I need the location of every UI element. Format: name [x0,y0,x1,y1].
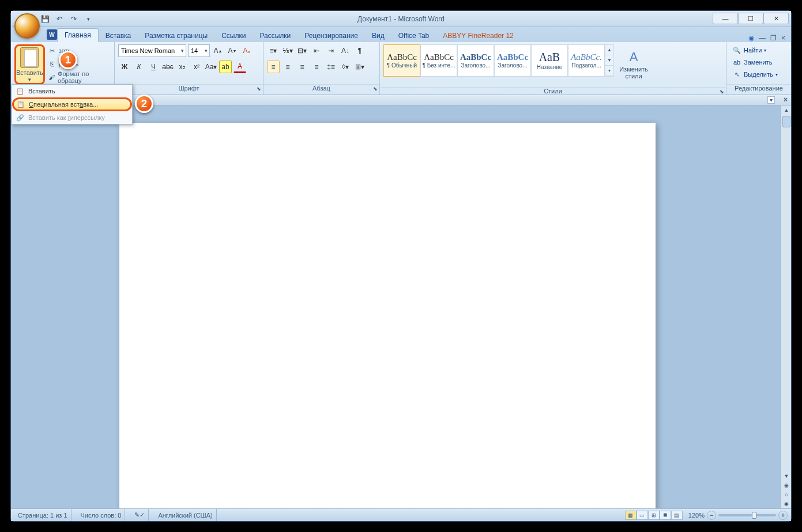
superscript-button[interactable]: x² [190,61,203,73]
menu-paste[interactable]: 📋 Вставить [12,85,132,97]
vertical-scrollbar[interactable]: ▲ ▼ ◉ ○ ◉ [781,105,791,508]
style-gallery[interactable]: AaBbCc¶ Обычный AaBbCc¶ Без инте... AaBb… [383,44,614,77]
show-marks-button[interactable]: ¶ [353,44,366,57]
prev-page-icon[interactable]: ◉ [781,481,791,490]
callout-2: 2 [135,95,153,113]
increase-indent-button[interactable]: ⇥ [325,44,337,57]
clear-formatting-icon[interactable]: Aₓ [240,44,253,57]
ribbon-restore-icon[interactable]: ❐ [770,34,777,42]
find-button[interactable]: 🔍Найти▾ [730,44,780,56]
close-button[interactable]: ✕ [763,13,789,24]
view-print-layout-icon[interactable]: ▦ [625,511,637,520]
window-title: Документ1 - Microsoft Word [357,15,445,23]
subscript-button[interactable]: x₂ [176,61,189,73]
change-case-button[interactable]: Aa▾ [205,61,217,73]
multilevel-button[interactable]: ⊟▾ [296,44,308,57]
borders-button[interactable]: ⊞▾ [353,61,366,73]
status-page[interactable]: Страница: 1 из 1 [14,509,71,521]
zoom-slider[interactable] [718,514,776,516]
bullets-button[interactable]: ≡▾ [267,44,280,57]
decrease-indent-button[interactable]: ⇤ [310,44,323,57]
browse-object-icon[interactable]: ○ [781,490,791,499]
paste-button[interactable]: Вставить ▼ [14,44,45,85]
scroll-up-icon[interactable]: ▲ [781,105,791,115]
zoom-level[interactable]: 120% [688,512,705,519]
next-page-icon[interactable]: ◉ [781,499,791,508]
tab-page-layout[interactable]: Разметка страницы [138,29,214,42]
style-no-spacing[interactable]: AaBbCc¶ Без инте... [420,44,457,77]
strikethrough-button[interactable]: abc [161,61,174,73]
tab-office-tab[interactable]: Office Tab [391,29,436,42]
paragraph-launcher-icon[interactable]: ⬊ [373,86,378,92]
tab-mailings[interactable]: Рассылки [253,29,298,42]
sort-button[interactable]: A↓ [339,44,352,57]
tab-abbyy[interactable]: ABBYY FineReader 12 [436,29,521,42]
style-title[interactable]: АаВНазвание [531,44,568,77]
maximize-button[interactable]: ☐ [738,13,763,24]
zoom-out-button[interactable]: − [707,511,716,520]
qat-customize-icon[interactable]: ▾ [82,13,95,25]
styles-launcher-icon[interactable]: ⬊ [720,89,724,95]
zoom-slider-knob[interactable] [752,512,756,519]
font-name-combo[interactable]: Times New Roman [118,44,186,57]
tab-home[interactable]: Главная [57,28,99,42]
view-draft-icon[interactable]: ▤ [671,511,683,520]
scroll-down-icon[interactable]: ▼ [781,471,791,481]
ribbon-minimize-icon[interactable]: — [759,34,766,42]
paste-icon: 📋 [16,86,25,96]
tab-insert[interactable]: Вставка [99,29,138,42]
window-controls: — ☐ ✕ [713,13,789,24]
page[interactable] [119,123,656,508]
replace-button[interactable]: abЗаменить [730,56,780,68]
copy-button[interactable]: ⎘ровать [46,58,111,70]
grow-font-icon[interactable]: A▲ [212,44,224,57]
tab-view[interactable]: Вид [365,29,391,42]
style-normal[interactable]: AaBbCc¶ Обычный [383,44,420,77]
underline-button[interactable]: Ч [147,61,160,73]
justify-button[interactable]: ≡ [310,61,323,73]
view-outline-icon[interactable]: ≣ [660,511,671,520]
view-full-screen-icon[interactable]: ▭ [637,511,648,520]
change-styles-button[interactable]: A Изменить стили [615,44,652,85]
style-heading2[interactable]: AaBbCcЗаголово... [494,44,531,77]
tab-references[interactable]: Ссылки [214,29,253,42]
style-subtitle[interactable]: AaBbCc.Подзагол... [568,44,605,77]
tab-review[interactable]: Рецензирование [298,29,365,42]
select-button[interactable]: ↖Выделить▾ [730,69,780,80]
italic-button[interactable]: К [133,61,145,73]
highlight-button[interactable]: ab [219,61,232,73]
close-ruler-icon[interactable]: × [784,96,788,104]
align-right-button[interactable]: ≡ [296,61,308,73]
status-language[interactable]: Английский (США) [155,509,216,521]
numbering-button[interactable]: ⅓▾ [281,44,294,57]
copy-icon: ⎘ [48,59,57,69]
align-center-button[interactable]: ≡ [281,61,294,73]
bold-button[interactable]: Ж [118,61,131,73]
shrink-font-icon[interactable]: A▼ [226,44,239,57]
style-scroll[interactable]: ▲▼▾ [605,44,614,77]
help-icon[interactable]: ◉ [748,34,754,42]
line-spacing-button[interactable]: ‡≡ [325,61,337,73]
scroll-thumb[interactable] [782,116,790,127]
undo-icon[interactable]: ↶ [53,13,66,25]
save-icon[interactable]: 💾 [39,13,51,25]
status-words[interactable]: Число слов: 0 [77,509,126,521]
redo-icon[interactable]: ↷ [67,13,80,25]
font-launcher-icon[interactable]: ⬊ [257,86,261,92]
style-heading1[interactable]: AaBbCcЗаголово... [457,44,494,77]
font-color-button[interactable]: A [234,61,246,73]
format-painter-button[interactable]: 🖌Формат по образцу [46,71,111,84]
expand-button-icon[interactable]: ▾ [767,96,775,104]
view-web-icon[interactable]: ⊞ [648,511,660,520]
font-size-combo[interactable]: 14 [188,44,210,57]
shading-button[interactable]: ◊▾ [339,61,352,73]
align-left-button[interactable]: ≡ [267,61,280,73]
zoom-in-button[interactable]: + [778,511,788,520]
callout-1: 1 [59,51,77,69]
cut-button[interactable]: ✂зать [46,44,111,57]
status-proofing[interactable]: ✎✓ [131,509,149,521]
minimize-button[interactable]: — [713,13,738,24]
ribbon-close-icon[interactable]: × [781,34,785,42]
office-button[interactable] [14,13,40,39]
menu-paste-special[interactable]: 📋 Специальная вставка... [13,98,131,111]
